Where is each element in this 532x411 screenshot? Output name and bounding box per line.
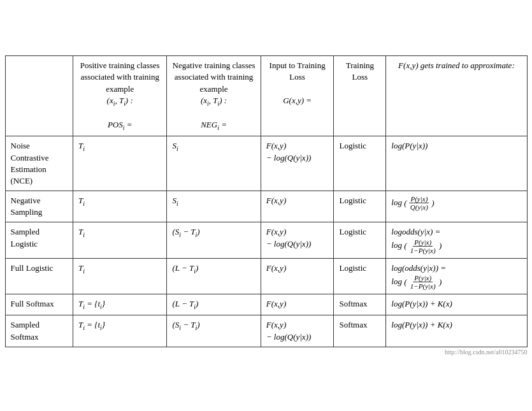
header-loss: Training Loss [334,56,386,136]
cell-pos-fs: Ti = {ti} [73,294,166,315]
cell-loss-sl: Logistic [334,222,386,258]
table-row: Full Softmax Ti = {ti} (L − Ti) F(x,y) S… [5,294,527,315]
cell-neg-fs: (L − Ti) [167,294,261,315]
cell-approx-sl: logodds(y|x) = log ( P(y|x) 1−P(y|x) ) [386,222,527,258]
table-row: Negative Sampling Ti Si F(x,y) Logistic … [5,191,527,222]
table-row: Sampled Logistic Ti (Si − Ti) F(x,y) − l… [5,222,527,258]
cell-neg-ns: Si [167,191,261,222]
cell-method-nce: Noise Contrastive Estimation (NCE) [5,136,73,191]
cell-pos-ns: Ti [73,191,166,222]
cell-input-nce: F(x,y) − log(Q(y|x)) [261,136,334,191]
header-approx: F(x,y) gets trained to approximate: [386,56,527,136]
header-method [5,56,73,136]
cell-pos-ss: Ti = {ti} [73,315,166,347]
cell-method-ss: Sampled Softmax [5,315,73,347]
watermark: http://blog.csdn.net/a010234750 [5,349,528,356]
cell-loss-ns: Logistic [334,191,386,222]
cell-pos-nce: Ti [73,136,166,191]
cell-method-fs: Full Softmax [5,294,73,315]
cell-pos-sl: Ti [73,222,166,258]
cell-input-fs: F(x,y) [261,294,334,315]
cell-loss-ss: Softmax [334,315,386,347]
cell-loss-nce: Logistic [334,136,386,191]
cell-loss-fl: Logistic [334,258,386,294]
header-row: Positive training classes associated wit… [5,56,527,136]
cell-input-ns: F(x,y) [261,191,334,222]
cell-approx-ns: log ( P(y|x) Q(y|x) ) [386,191,527,222]
cell-approx-nce: log(P(y|x)) [386,136,527,191]
cell-neg-ss: (Si − Ti) [167,315,261,347]
table-row: Sampled Softmax Ti = {ti} (Si − Ti) F(x,… [5,315,527,347]
cell-input-sl: F(x,y) − log(Q(y|x)) [261,222,334,258]
cell-method-fl: Full Logistic [5,258,73,294]
table-row: Full Logistic Ti (L − Ti) F(x,y) Logisti… [5,258,527,294]
cell-loss-fs: Softmax [334,294,386,315]
cell-input-fl: F(x,y) [261,258,334,294]
cell-neg-nce: Si [167,136,261,191]
cell-method-sl: Sampled Logistic [5,222,73,258]
cell-approx-fl: log(odds(y|x)) = log ( P(y|x) 1−P(y|x) ) [386,258,527,294]
header-input: Input to Training Loss G(x,y) = [261,56,334,136]
cell-input-ss: F(x,y) − log(Q(y|x)) [261,315,334,347]
cell-pos-fl: Ti [73,258,166,294]
header-negative: Negative training classes associated wit… [167,56,261,136]
cell-approx-fs: log(P(y|x)) + K(x) [386,294,527,315]
header-positive: Positive training classes associated wit… [73,56,166,136]
cell-neg-sl: (Si − Ti) [167,222,261,258]
main-table: Positive training classes associated wit… [5,55,528,347]
cell-approx-ss: log(P(y|x)) + K(x) [386,315,527,347]
table-row: Noise Contrastive Estimation (NCE) Ti Si… [5,136,527,191]
cell-neg-fl: (L − Ti) [167,258,261,294]
cell-method-ns: Negative Sampling [5,191,73,222]
table-wrapper: Positive training classes associated wit… [5,55,528,356]
